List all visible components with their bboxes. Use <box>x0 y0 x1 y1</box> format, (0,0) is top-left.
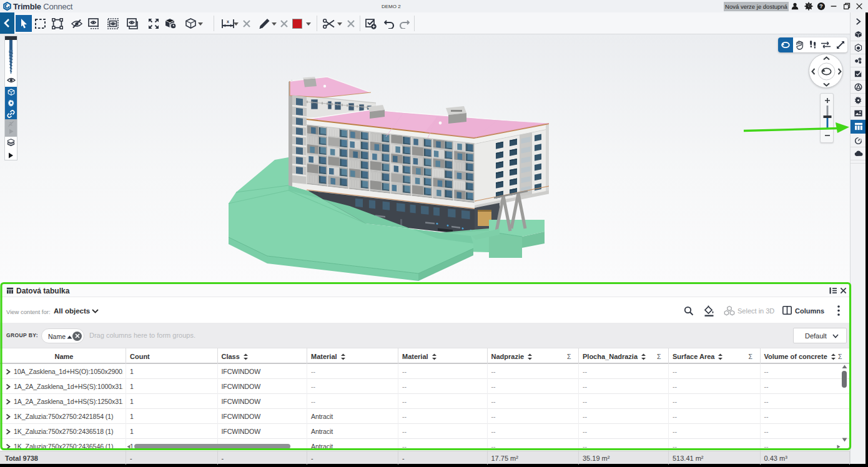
svg-text:x: x <box>227 19 229 24</box>
svg-text:?: ? <box>819 3 822 9</box>
